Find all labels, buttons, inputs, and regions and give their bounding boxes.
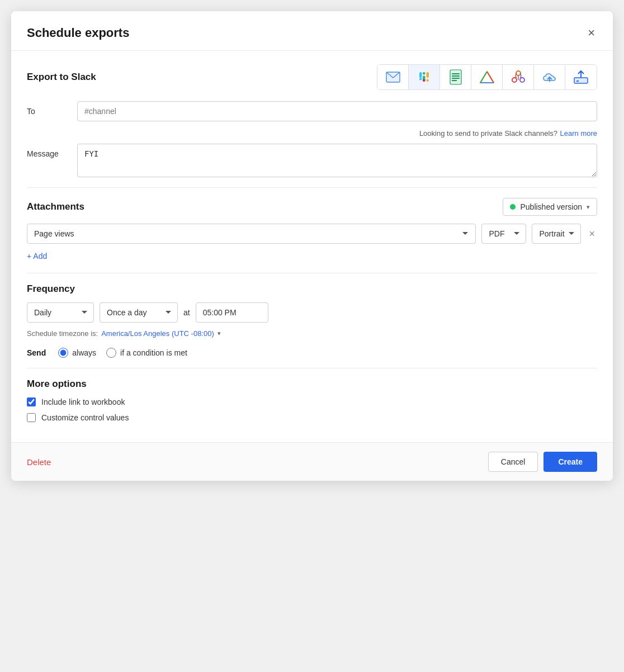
icon-tabs bbox=[377, 64, 597, 90]
close-button[interactable]: × bbox=[585, 25, 597, 41]
delete-button[interactable]: Delete bbox=[27, 457, 51, 467]
times-select[interactable]: Once a day Twice a day bbox=[100, 302, 178, 323]
svg-rect-10 bbox=[452, 73, 460, 74]
drive-tab[interactable] bbox=[471, 65, 503, 89]
learn-more-link[interactable]: Learn more bbox=[560, 129, 597, 139]
send-row: Send always if a condition is met bbox=[27, 348, 597, 358]
svg-rect-3 bbox=[419, 78, 422, 81]
svg-rect-1 bbox=[419, 72, 422, 78]
more-options-title: More options bbox=[27, 378, 597, 390]
frequency-row: Daily Weekly Monthly Once a day Twice a … bbox=[27, 302, 597, 323]
svg-rect-4 bbox=[423, 72, 426, 75]
export-tab[interactable] bbox=[565, 65, 597, 89]
hint-row: Looking to send to private Slack channel… bbox=[77, 129, 597, 139]
sheets-tab[interactable] bbox=[440, 65, 471, 89]
message-label: Message bbox=[27, 144, 77, 158]
send-always-label: always bbox=[72, 348, 96, 357]
customize-controls-option[interactable]: Customize control values bbox=[27, 413, 597, 422]
customize-controls-checkbox[interactable] bbox=[27, 413, 36, 422]
create-button[interactable]: Create bbox=[543, 452, 597, 472]
svg-rect-11 bbox=[452, 75, 460, 77]
modal-header: Schedule exports × bbox=[11, 11, 613, 51]
svg-rect-12 bbox=[452, 78, 460, 79]
svg-marker-14 bbox=[480, 72, 494, 83]
send-label: Send bbox=[27, 348, 46, 357]
export-title: Export to Slack bbox=[27, 72, 96, 83]
send-condition-option[interactable]: if a condition is met bbox=[106, 348, 187, 358]
divider-3 bbox=[27, 368, 597, 368]
timezone-row: Schedule timezone is: America/Los Angele… bbox=[27, 329, 597, 338]
timezone-link[interactable]: America/Los Angeles (UTC -08:00) bbox=[101, 329, 214, 338]
include-link-checkbox[interactable] bbox=[27, 397, 36, 406]
add-attachment-button[interactable]: + Add bbox=[27, 249, 47, 263]
send-condition-radio[interactable] bbox=[106, 348, 116, 358]
timezone-chevron-icon[interactable]: ▾ bbox=[218, 330, 221, 337]
attachment-row: Page views PDF Portrait × bbox=[27, 224, 597, 244]
svg-rect-8 bbox=[423, 79, 426, 82]
footer-right: Cancel Create bbox=[488, 452, 597, 472]
modal-title: Schedule exports bbox=[27, 26, 129, 40]
green-dot-icon bbox=[510, 204, 516, 210]
svg-rect-13 bbox=[452, 80, 457, 81]
message-row: Message FYI bbox=[27, 144, 597, 177]
divider-1 bbox=[27, 187, 597, 188]
message-input[interactable]: FYI bbox=[77, 144, 597, 177]
svg-rect-24 bbox=[574, 78, 588, 83]
at-label: at bbox=[183, 308, 190, 317]
frequency-title: Frequency bbox=[27, 283, 75, 294]
svg-line-16 bbox=[487, 72, 494, 83]
schedule-exports-modal: Schedule exports × Export to Slack bbox=[11, 11, 613, 481]
timezone-prefix: Schedule timezone is: bbox=[27, 329, 98, 338]
to-input[interactable] bbox=[77, 101, 597, 121]
include-link-label: Include link to workbook bbox=[41, 397, 125, 406]
published-version-button[interactable]: Published version ▾ bbox=[503, 198, 597, 216]
hint-text: Looking to send to private Slack channel… bbox=[419, 129, 557, 139]
svg-rect-6 bbox=[426, 72, 429, 78]
frequency-select[interactable]: Daily Weekly Monthly bbox=[27, 302, 94, 323]
customize-controls-label: Customize control values bbox=[41, 413, 129, 422]
svg-point-20 bbox=[520, 78, 524, 82]
remove-attachment-button[interactable]: × bbox=[587, 226, 597, 241]
svg-point-21 bbox=[516, 71, 521, 75]
to-row: To bbox=[27, 101, 597, 121]
page-views-select[interactable]: Page views bbox=[27, 224, 476, 244]
svg-marker-15 bbox=[480, 72, 494, 83]
to-label: To bbox=[27, 101, 77, 116]
published-version-label: Published version bbox=[520, 202, 582, 211]
time-input[interactable] bbox=[196, 302, 268, 323]
divider-2 bbox=[27, 273, 597, 273]
send-condition-label: if a condition is met bbox=[120, 348, 187, 357]
export-section: Export to Slack bbox=[27, 64, 597, 90]
chevron-down-icon: ▾ bbox=[587, 204, 590, 211]
slack-tab[interactable] bbox=[409, 65, 440, 89]
svg-point-19 bbox=[512, 78, 517, 82]
modal-body: Export to Slack bbox=[11, 51, 613, 442]
svg-rect-7 bbox=[426, 79, 429, 82]
svg-rect-9 bbox=[450, 70, 461, 84]
webhook-tab[interactable] bbox=[503, 65, 534, 89]
modal-footer: Delete Cancel Create bbox=[11, 442, 613, 481]
send-always-radio[interactable] bbox=[58, 348, 68, 358]
include-link-option[interactable]: Include link to workbook bbox=[27, 397, 597, 406]
email-tab[interactable] bbox=[377, 65, 409, 89]
orientation-select[interactable]: Portrait bbox=[532, 224, 581, 244]
attachments-header: Attachments Published version ▾ bbox=[27, 198, 597, 216]
svg-line-17 bbox=[480, 72, 487, 83]
cancel-button[interactable]: Cancel bbox=[488, 452, 538, 472]
format-select[interactable]: PDF bbox=[481, 224, 526, 244]
send-always-option[interactable]: always bbox=[58, 348, 96, 358]
cloud-upload-tab[interactable] bbox=[534, 65, 565, 89]
attachments-title: Attachments bbox=[27, 201, 84, 212]
